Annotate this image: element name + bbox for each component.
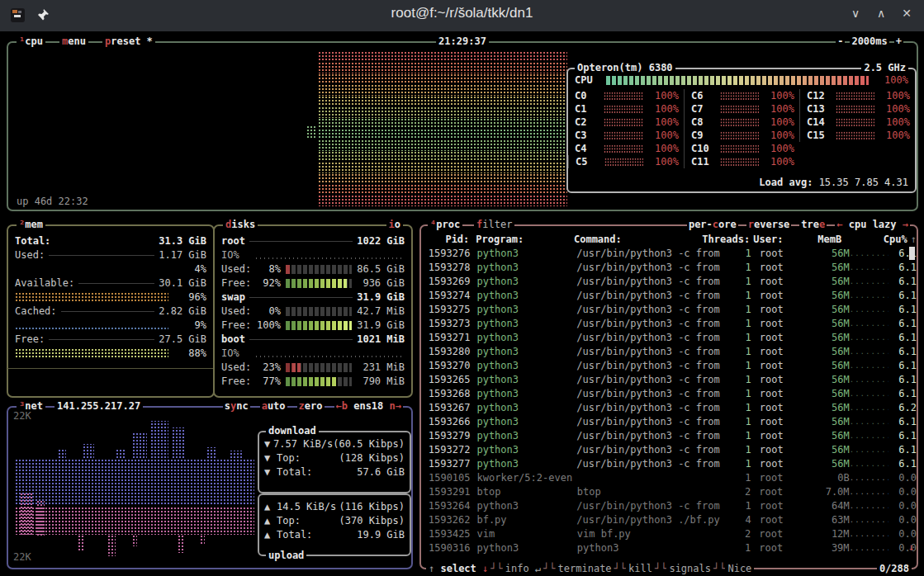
download-box-title: download <box>266 424 319 438</box>
upload-top-row: ▲ Top: (370 Kibps) <box>264 514 405 528</box>
core-usage-meter <box>604 158 643 167</box>
process-row[interactable]: 1593269 python3 /usr/bin/python3 -c from… <box>421 275 917 289</box>
mem-free-graph <box>15 348 168 359</box>
core-usage-meter <box>720 131 759 140</box>
header-user[interactable]: User: <box>753 233 803 247</box>
mem-free-row: Free:27.5 GiB <box>15 333 206 347</box>
core-usage-meter <box>836 92 874 101</box>
process-row[interactable]: 1593267 python3 /usr/bin/python3 -c from… <box>421 401 917 415</box>
download-speed-row: ▼ 7.57 KiB/s (60.5 Kibps) <box>264 437 405 451</box>
process-row[interactable]: 1593264 python3 /usr/bin/python3 -c from… <box>421 499 917 513</box>
process-row[interactable]: 1593271 python3 /usr/bin/python3 -c from… <box>421 331 917 345</box>
process-row[interactable]: 1593266 python3 /usr/bin/python3 -c from… <box>421 415 917 429</box>
header-command[interactable]: Command: <box>574 233 702 247</box>
header-program[interactable]: Program: <box>476 233 569 247</box>
mem-free-meter-row: 88% <box>15 347 206 361</box>
process-row[interactable]: 1590105 kworker/5:2-even 1 root 0B .....… <box>421 471 917 485</box>
cpu-frequency-label: 2.5 GHz <box>861 61 908 75</box>
download-top-row: ▼ Top: (128 Kibps) <box>264 451 405 465</box>
process-row[interactable]: 1593276 python3 /usr/bin/python3 -c from… <box>421 247 917 261</box>
core-usage-meter <box>604 105 643 114</box>
menu-button[interactable]: menu <box>59 35 88 49</box>
select-control[interactable]: ↑ select ↓ <box>426 562 490 576</box>
cpu-core-row: C13 100% <box>799 102 915 116</box>
cpu-core-row: C1 100% <box>568 102 684 116</box>
process-panel-title[interactable]: ⁴proc <box>428 218 462 232</box>
disk-io-row: IO% <box>221 347 405 361</box>
mem-used-meter-row: 4% <box>15 262 206 276</box>
process-row[interactable]: 1593273 python3 /usr/bin/python3 -c from… <box>421 317 917 331</box>
process-row[interactable]: 1593291 btop btop 2 root 7.0M ......... … <box>421 485 917 499</box>
info-button[interactable]: info ↵ <box>503 562 543 576</box>
net-scale-bottom: 22K <box>13 550 31 564</box>
cpu-graph-row <box>318 84 567 95</box>
mem-used-row: Used:1.17 GiB <box>15 248 206 262</box>
disk-section-header: swap31.9 GiB <box>221 290 405 305</box>
cpu-panel-title[interactable]: ¹cpu <box>17 35 45 49</box>
mem-divider <box>7 368 214 369</box>
cpu-graph-row <box>318 62 567 73</box>
disk-used-row: Used:23% 231 MiB <box>221 361 405 375</box>
zero-button[interactable]: zero <box>297 399 325 413</box>
maximize-button[interactable]: ∧ <box>874 7 888 21</box>
tree-button[interactable]: tree <box>799 218 827 232</box>
header-cpu[interactable]: Cpu% <box>880 233 907 247</box>
terminate-button[interactable]: terminate <box>556 562 614 576</box>
process-row[interactable]: 1590316 python3 python3 1 root 39M .....… <box>421 541 917 555</box>
interval-decrease-button[interactable]: - <box>836 35 845 49</box>
scrollbar-thumb[interactable] <box>909 247 915 260</box>
clock: 21:29:37 <box>436 35 489 49</box>
up-arrow-icon: ▲ <box>264 528 277 542</box>
memory-panel-title[interactable]: ²mem <box>17 218 45 232</box>
process-row[interactable]: 1593272 python3 /usr/bin/python3 -c from… <box>421 443 917 457</box>
process-row[interactable]: 1593275 python3 /usr/bin/python3 -c from… <box>421 303 917 317</box>
process-row[interactable]: 1593274 python3 /usr/bin/python3 -c from… <box>421 289 917 303</box>
process-row[interactable]: 1593265 python3 /usr/bin/python3 -c from… <box>421 373 917 387</box>
disk-used-row: Used:8% 86.5 GiB <box>221 262 405 276</box>
core-usage-meter <box>604 92 643 101</box>
nice-button[interactable]: Nice <box>725 562 754 576</box>
reverse-button[interactable]: reverse <box>746 218 792 232</box>
header-mem[interactable]: MemB <box>803 233 842 247</box>
per-core-button[interactable]: per-core <box>687 218 738 232</box>
disks-io-button[interactable]: io <box>386 218 403 232</box>
close-button[interactable]: ✕ <box>899 7 914 21</box>
cpu-graph-row <box>318 129 567 139</box>
header-threads[interactable]: Threads: <box>702 233 745 247</box>
disk-used-meter <box>286 363 352 372</box>
sync-button[interactable]: sync <box>223 399 250 413</box>
process-row[interactable]: 1593270 python3 /usr/bin/python3 -c from… <box>421 359 917 373</box>
disks-panel-title[interactable]: disks <box>223 218 258 232</box>
process-row[interactable]: 1593278 python3 /usr/bin/python3 -c from… <box>421 261 917 275</box>
minimize-button[interactable]: ∨ <box>848 7 863 21</box>
download-stats-box: download ▼ 7.57 KiB/s (60.5 Kibps) ▼ Top… <box>258 431 411 493</box>
cpu-graph-row <box>318 162 567 172</box>
more-below-icon: ↓ <box>908 541 914 555</box>
ip-address-label: 141.255.217.27 <box>54 399 143 413</box>
interface-switcher[interactable]: ←b ens18 n→ <box>334 399 404 413</box>
interval-increase-button[interactable]: + <box>894 35 903 49</box>
auto-button[interactable]: auto <box>260 399 287 413</box>
upload-box-title: upload <box>266 549 306 563</box>
process-row[interactable]: 1593279 python3 /usr/bin/python3 -c from… <box>421 429 917 443</box>
cpu-core-row: C0 100% <box>568 89 684 102</box>
process-row[interactable]: 1593268 python3 /usr/bin/python3 -c from… <box>421 387 917 401</box>
header-pid[interactable]: Pid: <box>423 233 469 247</box>
kill-button[interactable]: kill <box>626 562 655 576</box>
cpu-model-label: Opteron(tm) 6380 <box>575 61 675 75</box>
cpu-graph-row <box>318 173 567 184</box>
process-row[interactable]: 1593262 bf.py /usr/bin/python3 ./bf.py 4… <box>421 513 917 527</box>
process-panel: ⁴proc filter per-core reverse tree ← cpu… <box>419 224 918 569</box>
cpu-core-row: C10 100% <box>684 142 799 155</box>
sort-selector[interactable]: ← cpu lazy → <box>835 218 910 232</box>
process-buttons: per-core reverse tree ← cpu lazy → <box>687 218 910 232</box>
interval-value: 2000ms <box>850 35 888 49</box>
preset-button[interactable]: preset * <box>102 35 155 49</box>
cpu-details-box: Opteron(tm) 6380 2.5 GHz CPU 100% C0 100… <box>566 68 917 193</box>
signals-button[interactable]: signals <box>666 562 713 576</box>
process-row[interactable]: 1593280 python3 /usr/bin/python3 -c from… <box>421 345 917 359</box>
process-row[interactable]: 1593425 vim vim bf.py 2 root 12M .......… <box>421 527 917 541</box>
core-usage-meter <box>720 92 759 101</box>
process-row[interactable]: 1593277 python3 /usr/bin/python3 -c from… <box>421 457 917 471</box>
filter-button[interactable]: filter <box>474 218 514 232</box>
